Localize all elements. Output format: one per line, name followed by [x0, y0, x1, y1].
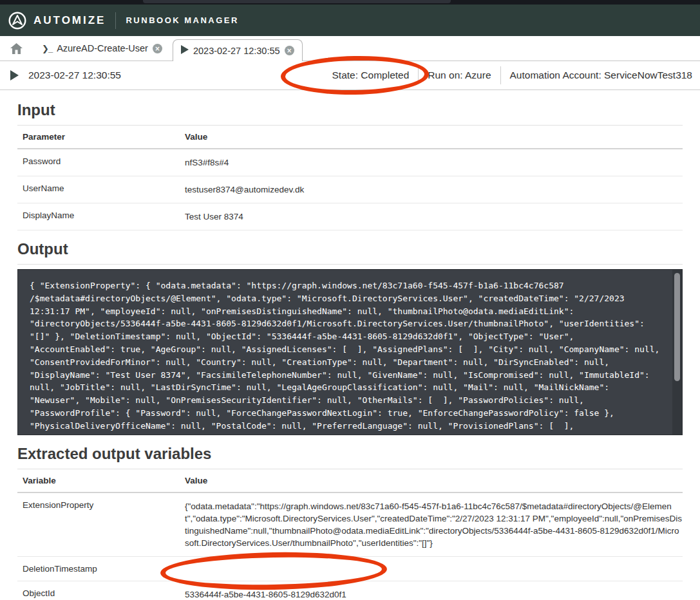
terminal-icon: ❯_: [42, 44, 52, 53]
header-divider: [115, 12, 116, 29]
browser-chrome-strip: [0, 0, 700, 5]
extracted-table-header-row: Variable Value: [17, 469, 683, 492]
automize-logo-icon: [8, 11, 27, 30]
console-line: "directoryObjects/5336444f-a5be-4431-860…: [30, 317, 670, 330]
input-table-row: UserName testuser8374@automizedev.dk: [17, 176, 683, 203]
extracted-variables-section: Extracted output variables Variable Valu…: [17, 445, 683, 600]
app-header: AUTOMIZE RUNBOOK MANAGER: [0, 5, 700, 36]
tab-label: 2023-02-27 12:30:55: [193, 46, 280, 56]
extracted-variables-table: Variable Value ExtensionProperty {"odata…: [17, 469, 683, 600]
console-line: "PasswordProfile": { "Password": null, "…: [30, 407, 670, 420]
close-icon[interactable]: ×: [153, 44, 162, 53]
console-scrollbar-thumb[interactable]: [674, 273, 680, 381]
input-section-title: Input: [17, 101, 683, 126]
input-table-header-row: Parameter Value: [17, 126, 683, 149]
console-line: null, "JobTitle": null, "LastDirSyncTime…: [30, 381, 670, 394]
parameter-value: Test User 8374: [180, 203, 683, 230]
parameter-value: testuser8374@automizedev.dk: [180, 176, 683, 203]
close-icon[interactable]: ×: [285, 46, 294, 55]
console-text: { "ExtensionProperty": { "odata.metadata…: [30, 279, 670, 433]
input-table-row: DisplayName Test User 8374: [17, 203, 683, 230]
job-status-group: State: Completed Run on: Azure Automatio…: [332, 66, 692, 84]
column-header-variable: Variable: [17, 469, 180, 492]
output-section: Output { "ExtensionProperty": { "odata.m…: [17, 240, 683, 435]
extracted-table-row: ExtensionProperty {"odata.metadata":"htt…: [17, 492, 683, 557]
console-line: "Newuser", "Mobile": null, "OnPremisesSe…: [30, 394, 670, 407]
tab-bar: ❯_ AzureAD-Create-User × 2023-02-27 12:3…: [0, 36, 700, 61]
variable-value: [180, 557, 683, 581]
console-line: "ConsentProvidedForMinor": null, "Countr…: [30, 356, 670, 369]
tab-runbook[interactable]: ❯_ AzureAD-Create-User ×: [42, 43, 162, 53]
run-play-icon[interactable]: [10, 70, 19, 80]
console-line: "AccountEnabled": true, "AgeGroup": null…: [30, 343, 670, 356]
extracted-section-title: Extracted output variables: [17, 445, 683, 469]
divider: [500, 66, 501, 84]
extracted-table-row: ObjectId 5336444f-a5be-4431-8605-8129d63…: [17, 581, 683, 600]
job-state: State: Completed: [332, 70, 410, 81]
input-table-row: Password nfS3#f8s#4: [17, 149, 683, 176]
output-section-title: Output: [17, 240, 683, 265]
variable-value: {"odata.metadata":"https://graph.windows…: [180, 492, 683, 557]
column-header-value: Value: [180, 469, 683, 492]
tab-label: AzureAD-Create-User: [57, 43, 148, 53]
console-line: /$metadata#directoryObjects/@Element", "…: [30, 292, 670, 305]
console-line: "PhysicalDeliveryOfficeName": null, "Pos…: [30, 420, 670, 433]
output-console: { "ExtensionProperty": { "odata.metadata…: [17, 269, 683, 435]
product-name: RUNBOOK MANAGER: [126, 15, 238, 25]
job-run-on: Run on: Azure: [428, 70, 491, 81]
console-line: "DisplayName": "Test User 8374", "Facsim…: [30, 369, 670, 382]
parameter-value: nfS3#f8s#4: [180, 149, 683, 176]
column-header-parameter: Parameter: [17, 126, 180, 149]
brand-name: AUTOMIZE: [33, 14, 106, 27]
console-line: "[]" }, "DeletionTimestamp": null, "Obje…: [30, 330, 670, 343]
browser-chrome-pill: [143, 0, 451, 3]
variable-name: ObjectId: [17, 581, 180, 600]
variable-value: 5336444f-a5be-4431-8605-8129d632d0f1: [180, 581, 683, 600]
console-scrollbar[interactable]: [672, 270, 682, 435]
parameter-name: UserName: [17, 176, 180, 203]
tab-job-result[interactable]: 2023-02-27 12:30:55 ×: [173, 39, 303, 61]
input-section: Input Parameter Value Password nfS3#f8s#…: [17, 101, 683, 230]
column-header-value: Value: [180, 126, 683, 149]
job-detail-content: Input Parameter Value Password nfS3#f8s#…: [0, 101, 700, 600]
play-icon: [181, 45, 189, 56]
variable-name: DeletionTimestamp: [17, 557, 180, 581]
parameter-name: DisplayName: [17, 203, 180, 230]
divider: [418, 66, 419, 84]
job-automation-account: Automation Account: ServiceNowTest318: [510, 70, 692, 81]
console-line: 12:31:17 PM", "employeeId": null, "onPre…: [30, 305, 670, 318]
job-toolbar: 2023-02-27 12:30:55 State: Completed Run…: [0, 61, 700, 90]
variable-name: ExtensionProperty: [17, 492, 180, 557]
console-line: { "ExtensionProperty": { "odata.metadata…: [30, 279, 670, 292]
extracted-table-row: DeletionTimestamp: [17, 557, 683, 581]
home-icon[interactable]: [10, 43, 23, 54]
input-table: Parameter Value Password nfS3#f8s#4 User…: [17, 126, 683, 230]
job-timestamp: 2023-02-27 12:30:55: [28, 70, 121, 81]
parameter-name: Password: [17, 149, 180, 176]
